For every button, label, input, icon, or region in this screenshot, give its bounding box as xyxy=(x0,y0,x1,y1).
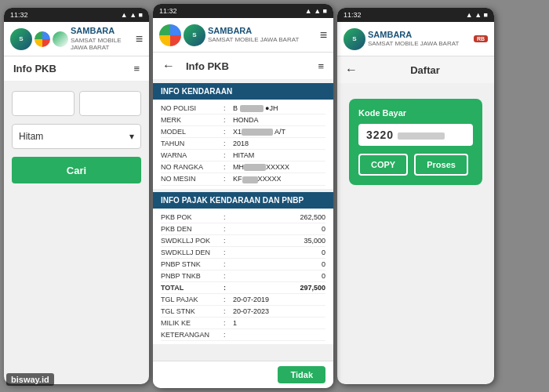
table-row: SWDKLLJ DEN : 0 xyxy=(161,247,325,259)
search-button[interactable]: Cari xyxy=(12,157,141,183)
left-content: Hitam ▾ Cari xyxy=(4,82,149,193)
app-subtitle-right: SAMSAT MOBILE JAWA BARAT xyxy=(368,40,474,48)
signal-icons-right: ▲ ▲ ■ xyxy=(466,11,488,19)
menu-icon-mid[interactable]: ≡ xyxy=(320,28,327,42)
status-bar-left: 11:32 ▲ ▲ ■ xyxy=(4,8,149,22)
time-mid: 11:32 xyxy=(159,7,177,15)
table-row: TOTAL : 297,500 xyxy=(161,282,325,294)
proses-button[interactable]: Proses xyxy=(414,154,468,176)
plate-input-1[interactable] xyxy=(12,91,75,116)
daftar-title: Daftar xyxy=(364,64,486,76)
table-row: MERK : HONDA xyxy=(161,114,325,126)
table-row: PNBP TNKB : 0 xyxy=(161,270,325,282)
app-header-right: S SAMBARA SAMSAT MOBILE JAWA BARAT RB xyxy=(337,22,494,56)
section-header-pajak: INFO PAJAK KENDARAAN DAN PNBP xyxy=(153,192,333,209)
table-row: TGL PAJAK : 20-07-2019 xyxy=(161,294,325,306)
app-header-mid: S SAMBARA SAMSAT MOBILE JAWA BARAT ≡ xyxy=(153,18,333,53)
table-row: PKB DEN : 0 xyxy=(161,223,325,235)
kode-bayar-buttons: COPY Proses xyxy=(358,154,473,176)
g-logo-mid xyxy=(159,24,181,46)
app-subtitle-left: SAMSAT MOBILE JAWA BARAT xyxy=(71,37,136,52)
sambara-logo-left: S xyxy=(10,28,32,50)
status-bar-right: 11:32 ▲ ▲ ■ xyxy=(337,8,494,22)
info-table-kendaraan: NO POLISI : B ●JH MERK : HONDA MODEL : X… xyxy=(153,100,333,189)
app-title-block-mid: SAMBARA SAMSAT MOBILE JAWA BARAT xyxy=(208,26,320,44)
chevron-down-icon: ▾ xyxy=(129,131,134,142)
app-name-mid: SAMBARA xyxy=(208,26,320,36)
app-title-block-right: SAMBARA SAMSAT MOBILE JAWA BARAT xyxy=(368,30,474,48)
sambara-logo-right: S xyxy=(344,28,365,50)
table-row: SWDKLLJ POK : 35,000 xyxy=(161,235,325,247)
page-title-label-left: Info PKB xyxy=(13,63,56,74)
plate-input-2[interactable] xyxy=(79,91,142,116)
app-header-left: S SAMBARA SAMSAT MOBILE JAWA BARAT ≡ xyxy=(4,22,149,56)
color-select[interactable]: Hitam ▾ xyxy=(12,124,141,149)
back-arrow-right[interactable]: ← xyxy=(345,63,358,77)
table-row: MILIK KE : 1 xyxy=(161,318,325,329)
page-title-label-mid: Info PKB xyxy=(186,60,229,72)
back-arrow-mid[interactable]: ← xyxy=(162,59,175,73)
bottom-bar-mid: Tidak xyxy=(153,361,333,388)
color-label: Hitam xyxy=(19,131,43,142)
g-logo-left xyxy=(35,31,50,47)
time-right: 11:32 xyxy=(344,11,362,19)
list-icon-left[interactable]: ≡ xyxy=(133,63,140,74)
menu-icon-left[interactable]: ≡ xyxy=(136,32,143,46)
sambara-logo-mid: S xyxy=(184,24,205,46)
table-row: NO POLISI : B ●JH xyxy=(161,103,325,114)
table-row: WARNA : HITAM xyxy=(161,150,325,162)
table-row: NO RANGKA : MHXXXXX xyxy=(161,162,325,173)
kode-bayar-number: 3220 xyxy=(358,124,473,146)
time-left: 11:32 xyxy=(10,11,28,19)
table-row: PNBP STNK : 0 xyxy=(161,259,325,270)
table-row: TAHUN : 2018 xyxy=(161,138,325,150)
phone-left: 11:32 ▲ ▲ ■ S SAMBARA SAMSAT MOBILE JAWA… xyxy=(4,8,149,384)
icon-left-3 xyxy=(53,31,68,47)
table-row: PKB POK : 262,500 xyxy=(161,212,325,223)
daftar-title-bar: ← Daftar xyxy=(337,56,494,83)
status-bar-mid: 11:32 ▲ ▲ ■ xyxy=(153,4,333,18)
app-name-left: SAMBARA xyxy=(71,26,136,36)
phone-mid: 11:32 ▲ ▲ ■ S SAMBARA SAMSAT MOBILE JAWA… xyxy=(153,4,333,388)
signal-icons-mid: ▲ ▲ ■ xyxy=(305,7,327,15)
watermark: bisway.id xyxy=(6,373,54,386)
rb-badge: RB xyxy=(474,35,488,42)
kode-bayar-box: Kode Bayar 3220 COPY Proses xyxy=(349,99,482,185)
table-row: KETERANGAN : xyxy=(161,329,325,341)
app-subtitle-mid: SAMSAT MOBILE JAWA BARAT xyxy=(208,36,320,44)
page-title-mid: ← Info PKB ≡ xyxy=(153,53,333,80)
phone-right: 11:32 ▲ ▲ ■ S SAMBARA SAMSAT MOBILE JAWA… xyxy=(337,8,494,384)
signal-icons-left: ▲ ▲ ■ xyxy=(121,11,143,19)
page-title-left: Info PKB ≡ xyxy=(4,56,149,82)
list-icon-mid[interactable]: ≡ xyxy=(318,60,324,72)
kode-bayar-title: Kode Bayar xyxy=(358,108,473,118)
app-title-block-left: SAMBARA SAMSAT MOBILE JAWA BARAT xyxy=(71,26,136,51)
app-name-right: SAMBARA xyxy=(368,30,474,40)
copy-button[interactable]: COPY xyxy=(358,154,408,176)
tidak-button[interactable]: Tidak xyxy=(278,366,325,383)
table-row: TGL STNK : 20-07-2023 xyxy=(161,306,325,318)
table-row: NO MESIN : KFXXXXX xyxy=(161,173,325,185)
table-row: MODEL : X1 A/T xyxy=(161,126,325,138)
plate-row xyxy=(12,91,141,116)
info-table-pajak: PKB POK : 262,500 PKB DEN : 0 SWDKLLJ PO… xyxy=(153,209,333,344)
section-header-kendaraan: INFO KENDARAAN xyxy=(153,83,333,100)
